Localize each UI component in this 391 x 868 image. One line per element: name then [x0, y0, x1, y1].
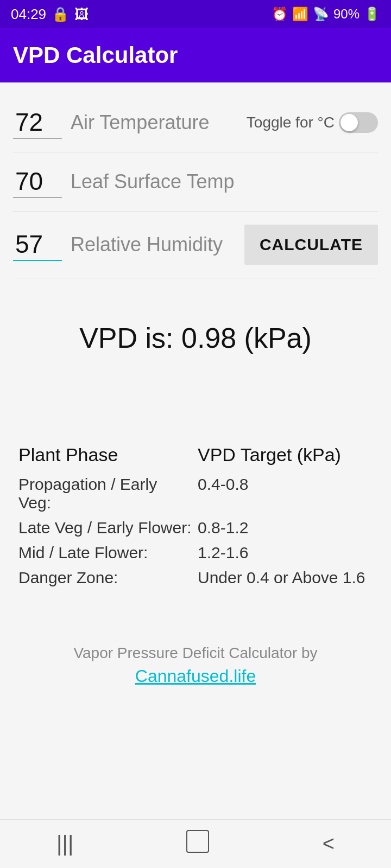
app-title: VPD Calculator [13, 42, 178, 68]
ref-target-0: 0.4-0.8 [198, 475, 248, 512]
alarm-icon: ⏰ [272, 7, 288, 22]
ref-phase-0: Propagation / Early Veg: [18, 475, 192, 512]
image-icon: 🖼 [74, 6, 89, 23]
footer-text: Vapor Pressure Deficit Calculator by [73, 644, 317, 661]
nav-menu-icon: ||| [56, 832, 73, 856]
lock-icon: 🔒 [52, 6, 69, 23]
toggle-label: Toggle for °C [247, 114, 335, 131]
nav-bar: ||| < [0, 819, 391, 868]
humidity-label: Relative Humidity [71, 233, 236, 256]
status-right: ⏰ 📶 📡 90% 🔋 [272, 7, 380, 22]
leaf-temp-row: Leaf Surface Temp [13, 152, 378, 212]
ref-target-2: 1.2-1.6 [198, 544, 248, 562]
ref-target-header: VPD Target (kPa) [198, 444, 341, 469]
status-time: 04:29 [11, 6, 46, 23]
air-temp-row: Air Temperature Toggle for °C [13, 93, 378, 152]
signal-icon: 📡 [313, 7, 329, 22]
nav-home-icon [186, 830, 209, 853]
air-temp-input[interactable] [13, 106, 62, 139]
status-bar: 04:29 🔒 🖼 ⏰ 📶 📡 90% 🔋 [0, 0, 391, 28]
ref-header-row: Plant Phase VPD Target (kPa) [18, 441, 373, 472]
battery-icon: 🔋 [364, 7, 380, 22]
air-temp-label: Air Temperature [71, 111, 238, 134]
ref-target-3: Under 0.4 or Above 1.6 [198, 569, 365, 587]
ref-phase-1: Late Veg / Early Flower: [18, 519, 192, 537]
ref-phase-3: Danger Zone: [18, 569, 192, 587]
app-bar: VPD Calculator [0, 28, 391, 82]
main-content: Air Temperature Toggle for °C Leaf Surfa… [0, 82, 391, 868]
celsius-toggle[interactable] [339, 112, 378, 133]
calculate-button[interactable]: CALCULATE [244, 225, 378, 265]
reference-table: Plant Phase VPD Target (kPa) Propagation… [13, 430, 378, 601]
ref-row-3: Danger Zone: Under 0.4 or Above 1.6 [18, 565, 373, 590]
nav-home-button[interactable] [170, 825, 225, 863]
footer-link[interactable]: Cannafused.life [18, 666, 373, 686]
ref-target-1: 0.8-1.2 [198, 519, 248, 537]
nav-menu-button[interactable]: ||| [40, 826, 90, 861]
ref-row-0: Propagation / Early Veg: 0.4-0.8 [18, 472, 373, 515]
ref-phase-header: Plant Phase [18, 444, 192, 469]
humidity-input[interactable] [13, 228, 62, 261]
vpd-result: VPD is: 0.98 (kPa) [13, 278, 378, 398]
toggle-container: Toggle for °C [247, 112, 378, 133]
battery-text: 90% [333, 7, 360, 22]
status-left: 04:29 🔒 🖼 [11, 6, 89, 23]
vpd-result-text: VPD is: 0.98 (kPa) [79, 322, 312, 354]
humidity-row: Relative Humidity CALCULATE [13, 212, 378, 278]
wifi-icon: 📶 [292, 7, 308, 22]
ref-phase-2: Mid / Late Flower: [18, 544, 192, 562]
ref-row-2: Mid / Late Flower: 1.2-1.6 [18, 540, 373, 565]
ref-row-1: Late Veg / Early Flower: 0.8-1.2 [18, 515, 373, 540]
nav-back-button[interactable]: < [306, 827, 351, 861]
leaf-temp-label: Leaf Surface Temp [71, 170, 378, 193]
footer: Vapor Pressure Deficit Calculator by Can… [13, 634, 378, 692]
leaf-temp-input[interactable] [13, 165, 62, 198]
nav-back-icon: < [323, 832, 335, 855]
